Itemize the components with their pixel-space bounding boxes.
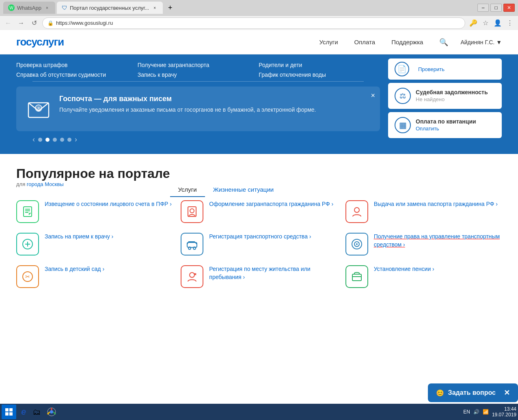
nav-oplata[interactable]: Оплата (354, 39, 376, 45)
hero-link-zagranpasport[interactable]: Получение загранпаспорта (138, 62, 259, 68)
hero-banner: ⚜ Госпочта — для важных писем Получайте … (16, 87, 380, 131)
tab-uslugi[interactable]: Услуги (170, 183, 205, 197)
sidebar-card-proverit: 📄 Проверить (388, 58, 502, 80)
lock-icon: 🔒 (47, 20, 54, 26)
search-icon[interactable]: 🔍 (439, 38, 448, 47)
hero-link-roditeli[interactable]: Родители и дети (259, 62, 380, 68)
taskbar-ie[interactable]: e (18, 405, 29, 419)
start-button[interactable] (2, 405, 16, 419)
service-vrach[interactable]: Запись на прием к врачу › (16, 233, 173, 255)
service-pfr[interactable]: Извещение о состоянии лицового счета в П… (16, 200, 173, 223)
service-vrach-link[interactable]: Запись на прием к врачу › (45, 233, 113, 241)
tab-gosuslugi[interactable]: 🛡 Портал государственных услуг... × (57, 2, 163, 14)
menu-dots-icon[interactable]: ⋮ (505, 18, 515, 28)
user-profile-icon[interactable]: 👤 (493, 18, 503, 28)
service-zagranpasport[interactable]: Оформление загранпаспорта гражданина РФ … (181, 200, 337, 223)
service-prava-link[interactable]: Получение права на управление транспортн… (374, 233, 502, 249)
service-zagranpasport-link[interactable]: Оформление загранпаспорта гражданина РФ … (209, 200, 333, 208)
carousel-dot-1[interactable] (38, 138, 42, 142)
minimize-button[interactable]: – (477, 4, 489, 12)
svg-rect-29 (9, 412, 13, 416)
tab-whatsapp-close[interactable]: × (44, 4, 50, 11)
browser-actions: 🔑 ☆ 👤 ⋮ (468, 18, 515, 28)
carousel-dot-5[interactable] (67, 138, 71, 142)
svg-text:⚜: ⚜ (37, 106, 41, 110)
svg-point-14 (188, 247, 191, 249)
hero-link-vrach[interactable]: Запись к врачу (138, 71, 259, 78)
city-link[interactable]: города Москвы (27, 181, 64, 187)
service-pensiya[interactable]: Установление пенсии › (345, 265, 502, 288)
address-bar[interactable]: 🔒 https://www.gosuslugi.ru (42, 17, 465, 29)
main-content: Популярное на портале для города Москвы … (0, 154, 518, 300)
carousel-dot-3[interactable] (53, 138, 57, 142)
taskbar-date: 19.07.2019 (492, 412, 516, 418)
hero-link-sudimosti[interactable]: Справка об отсутствии судимости (16, 71, 138, 78)
service-prava[interactable]: Получение права на управление транспортн… (345, 233, 502, 255)
banner-icon: ⚜ (24, 95, 53, 123)
proverit-link[interactable]: Проверить (418, 66, 445, 72)
carousel-prev[interactable]: ‹ (32, 135, 35, 144)
service-pfr-link[interactable]: Извещение о состоянии лицового счета в П… (45, 200, 172, 208)
site-logo[interactable]: госуслуги (16, 36, 64, 48)
back-button[interactable]: ← (3, 18, 13, 28)
dolg-title: Судебная задолженность (416, 89, 488, 95)
tab-gosuslugi-close[interactable]: × (151, 4, 158, 11)
taskbar-time: 13:44 19.07.2019 (492, 406, 516, 418)
browser-titlebar: W WhatsApp × 🛡 Портал государственных ус… (0, 0, 518, 15)
carousel-next[interactable]: › (75, 135, 77, 144)
popular-title: Популярное на портале (16, 166, 170, 181)
carousel-dot-4[interactable] (60, 138, 64, 142)
oplata-link[interactable]: Оплатить (416, 126, 439, 132)
hero-link-shtraf[interactable]: Проверка штрафов (16, 62, 138, 68)
service-sad[interactable]: ✂ Запись в детский сад › (16, 265, 173, 288)
hero-carousel: ‹ › (16, 131, 380, 150)
service-registraciya[interactable]: Регистрация по месту жительства или преб… (181, 265, 337, 288)
service-sad-link[interactable]: Запись в детский сад › (45, 265, 104, 273)
page-content: госуслуги Услуги Оплата Поддержка 🔍 Айди… (0, 30, 518, 404)
taskbar-clock: 13:44 (492, 406, 516, 412)
service-transport-icon (181, 233, 203, 255)
popular-section: Популярное на портале для города Москвы (16, 166, 170, 197)
service-pasport-link[interactable]: Выдача или замена паспорта гражданина РФ… (374, 200, 498, 208)
nav-podderzhka[interactable]: Поддержка (391, 39, 423, 45)
taskbar: e 🗂 EN 🔊 📶 13:44 19.07.2019 (0, 404, 518, 420)
svg-text:✂: ✂ (25, 273, 30, 280)
refresh-button[interactable]: ↺ (29, 18, 39, 28)
tab-whatsapp-label: WhatsApp (17, 5, 41, 11)
chat-close-button[interactable]: ✕ (504, 388, 510, 397)
user-nav[interactable]: Айдинян Г.С. ▼ (460, 39, 502, 45)
taskbar-explorer[interactable]: 🗂 (29, 405, 44, 419)
envelope-icon: ⚜ (26, 97, 51, 121)
svg-rect-24 (352, 274, 361, 281)
forward-button[interactable]: → (16, 18, 26, 28)
service-zagranpasport-icon (181, 200, 203, 223)
service-registraciya-icon (181, 265, 203, 288)
sidebar-card-dolg: ⚖ Судебная задолженность Не найдено (388, 83, 502, 109)
tab-zhizn[interactable]: Жизненные ситуации (205, 183, 282, 197)
star-icon[interactable]: ☆ (481, 18, 490, 28)
service-pasport[interactable]: Выдача или замена паспорта гражданина РФ… (345, 200, 502, 223)
close-button[interactable]: ✕ (503, 4, 515, 12)
service-pensiya-link[interactable]: Установление пенсии › (374, 265, 434, 273)
key-icon[interactable]: 🔑 (468, 18, 478, 28)
dolg-link[interactable]: Не найдено (416, 96, 445, 102)
service-transport-link[interactable]: Регистрация транспортного средства › (209, 233, 311, 241)
chrome-icon (47, 407, 56, 416)
banner-close-button[interactable]: × (371, 91, 375, 100)
service-registraciya-link[interactable]: Регистрация по месту жительства или преб… (209, 265, 337, 281)
service-transport[interactable]: Регистрация транспортного средства › (181, 233, 337, 255)
hero-menu-col-2: Получение загранпаспорта Запись к врачу (138, 62, 259, 78)
taskbar-chrome[interactable] (44, 405, 59, 419)
svg-point-31 (50, 410, 53, 414)
nav-uslugi[interactable]: Услуги (319, 39, 338, 45)
new-tab-button[interactable]: + (164, 2, 176, 13)
chat-widget[interactable]: 😊 Задать вопрос ✕ (428, 383, 518, 402)
carousel-dot-2[interactable] (45, 138, 50, 142)
hero-link-voda[interactable]: График отключения воды (259, 71, 380, 78)
maximize-button[interactable]: □ (490, 4, 502, 12)
hero-menu: Проверка штрафов Справка об отсутствии с… (16, 58, 380, 81)
whatsapp-icon: W (8, 4, 15, 11)
svg-rect-27 (9, 408, 13, 411)
service-pensiya-icon (345, 265, 368, 288)
tab-whatsapp[interactable]: W WhatsApp × (3, 2, 55, 14)
